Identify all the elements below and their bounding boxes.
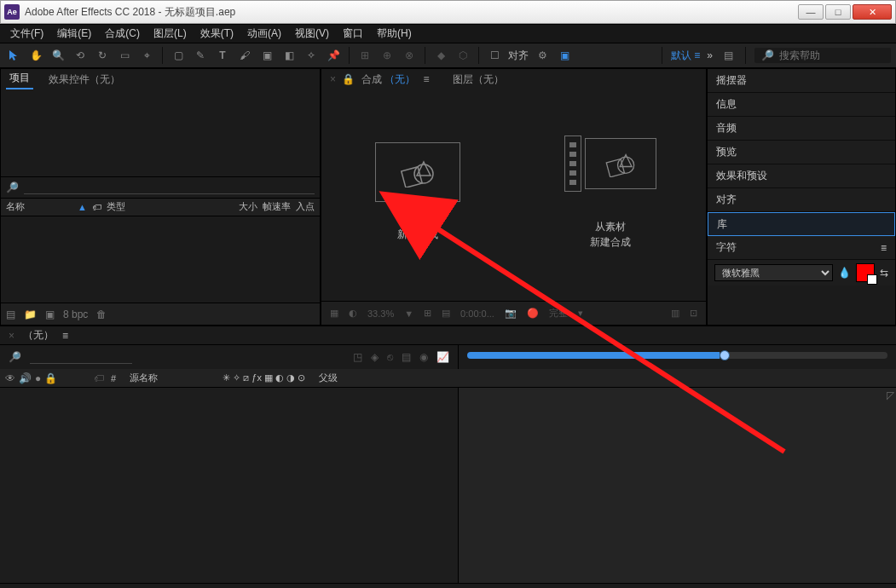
zoom-tool-icon[interactable]: 🔍	[49, 47, 66, 64]
menu-help[interactable]: 帮助(H)	[372, 25, 417, 43]
menu-animation[interactable]: 动画(A)	[242, 25, 286, 43]
switches-column[interactable]: ✳ ✧ ⧄ ƒx ▦ ◐ ◑ ⊙	[216, 372, 312, 383]
guides-icon[interactable]: ▤	[442, 308, 450, 319]
font-family-dropdown[interactable]: 微软雅黑	[714, 264, 833, 281]
snapping-icon[interactable]: ⚙	[534, 47, 551, 64]
panel-library[interactable]: 库	[708, 212, 895, 236]
puppet-tool-icon[interactable]: 📌	[325, 47, 342, 64]
rectangle-tool-icon[interactable]: ▢	[170, 47, 187, 64]
time-navigator-thumb[interactable]	[720, 350, 730, 360]
project-list[interactable]	[1, 216, 320, 303]
col-index[interactable]: #	[104, 373, 123, 383]
close-icon[interactable]: ×	[330, 73, 336, 85]
roto-tool-icon[interactable]: ✧	[303, 47, 320, 64]
eye-column-icon[interactable]: 👁	[5, 372, 15, 384]
new-composition-card[interactable]: 新建合成	[334, 142, 501, 242]
comp-mini-flow-icon[interactable]: ◳	[353, 351, 362, 363]
project-search-input[interactable]	[24, 181, 315, 194]
panel-info[interactable]: 信息	[708, 93, 895, 117]
timeline-search-input[interactable]	[30, 350, 132, 364]
toggle-alpha-icon[interactable]: ◐	[349, 308, 357, 319]
view-layout-icon[interactable]: ▥	[671, 308, 679, 319]
orbit-tool-icon[interactable]: ⟲	[72, 47, 89, 64]
graph-editor-icon[interactable]: 📈	[436, 351, 449, 363]
panel-menu-icon[interactable]: ≡	[62, 330, 68, 342]
menu-edit[interactable]: 编辑(E)	[52, 25, 96, 43]
help-search-input[interactable]	[779, 49, 884, 61]
col-fps[interactable]: 帧速率	[263, 200, 291, 213]
text-tool-icon[interactable]: T	[214, 47, 231, 64]
view-axis-icon[interactable]: ⊗	[401, 47, 418, 64]
layer-list[interactable]	[0, 388, 459, 583]
hand-tool-icon[interactable]: ✋	[27, 47, 44, 64]
rotation-tool-icon[interactable]: ↻	[94, 47, 111, 64]
panel-character[interactable]: 字符≡	[708, 236, 895, 260]
resolution-icon[interactable]: ▼	[404, 308, 413, 319]
lock-icon[interactable]: 🔒	[342, 73, 355, 85]
help-search[interactable]: 🔎	[754, 48, 891, 63]
pen-tool-icon[interactable]: ✎	[192, 47, 209, 64]
motion-blur-icon[interactable]: ◉	[419, 351, 428, 363]
quality-dropdown[interactable]: 完整	[549, 307, 568, 320]
align-checkbox[interactable]: ☐	[486, 47, 503, 64]
close-icon[interactable]: ×	[9, 330, 14, 342]
time-display[interactable]: 0:00:0...	[460, 308, 494, 319]
grid-icon[interactable]: ⊞	[424, 308, 431, 319]
menu-effect[interactable]: 效果(T)	[195, 25, 239, 43]
menu-composition[interactable]: 合成(C)	[100, 25, 145, 43]
workspace-dropdown[interactable]: 默认 ≡	[671, 49, 700, 63]
tag-icon[interactable]: 🏷	[92, 202, 101, 212]
menu-file[interactable]: 文件(F)	[5, 25, 49, 43]
brush-tool-icon[interactable]: 🖌	[236, 47, 253, 64]
menu-window[interactable]: 窗口	[338, 25, 368, 43]
col-size[interactable]: 大小	[239, 200, 257, 213]
minimize-button[interactable]: —	[798, 4, 824, 20]
timeline-tracks[interactable]: ◸	[459, 388, 896, 583]
label-column-icon[interactable]: 🏷	[94, 372, 104, 384]
col-in[interactable]: 入点	[296, 200, 315, 213]
snap-edge-icon[interactable]: ⬡	[454, 47, 471, 64]
delete-icon[interactable]: 🗑	[96, 308, 107, 320]
workspace-overflow-icon[interactable]: »	[707, 49, 713, 61]
maximize-button[interactable]: □	[825, 4, 851, 20]
world-axis-icon[interactable]: ⊕	[379, 47, 396, 64]
new-comp-icon[interactable]: ▣	[45, 308, 55, 320]
panel-align[interactable]: 对齐	[708, 188, 895, 212]
bpc-label[interactable]: 8 bpc	[63, 308, 88, 320]
panel-preview[interactable]: 预览	[708, 141, 895, 164]
panel-effects-presets[interactable]: 效果和预设	[708, 164, 895, 188]
camera-tool-icon[interactable]: ▭	[116, 47, 133, 64]
close-button[interactable]: ✕	[853, 4, 892, 20]
zoom-dropdown[interactable]: 33.3%	[367, 308, 394, 319]
menu-view[interactable]: 视图(V)	[290, 25, 334, 43]
swap-colors-icon[interactable]: ⇆	[880, 267, 888, 279]
col-type[interactable]: 类型	[107, 200, 125, 213]
snap-icon[interactable]: ◆	[432, 47, 449, 64]
clone-tool-icon[interactable]: ▣	[258, 47, 275, 64]
solo-column-icon[interactable]: ●	[35, 372, 41, 384]
time-navigator[interactable]	[459, 345, 896, 369]
mask-icon[interactable]: ▦	[330, 308, 338, 319]
tab-layer[interactable]: 图层（无）	[453, 72, 504, 87]
panel-icon[interactable]: ▤	[720, 47, 737, 64]
col-source-name[interactable]: 源名称	[123, 372, 165, 384]
new-from-footage-card[interactable]: 从素材 新建合成	[527, 134, 694, 250]
tab-effect-controls[interactable]: 效果控件（无）	[45, 70, 124, 89]
sort-arrow-icon[interactable]: ▲	[78, 202, 87, 212]
timeline-tab-none[interactable]: （无）	[23, 328, 54, 343]
draft3d-icon[interactable]: ◈	[371, 351, 379, 363]
menu-layer[interactable]: 图层(L)	[148, 25, 192, 43]
channel-icon[interactable]: 🔴	[527, 308, 539, 319]
frame-blend-icon[interactable]: ▤	[402, 351, 411, 363]
eyedropper-icon[interactable]: 💧	[838, 267, 851, 279]
tab-composition[interactable]: × 🔒 合成 （无） ≡	[330, 72, 429, 87]
panel-wiggler[interactable]: 摇摆器	[708, 69, 895, 93]
pan-behind-tool-icon[interactable]: ⌖	[138, 47, 155, 64]
lock-column-icon[interactable]: 🔒	[44, 372, 57, 384]
col-parent[interactable]: 父级	[312, 372, 344, 384]
eraser-tool-icon[interactable]: ◧	[280, 47, 298, 64]
fill-color-swatch[interactable]	[856, 263, 875, 282]
snapshot-icon[interactable]: 📷	[505, 308, 517, 319]
col-name[interactable]: 名称	[6, 200, 72, 213]
new-folder-icon[interactable]: 📁	[24, 308, 37, 320]
